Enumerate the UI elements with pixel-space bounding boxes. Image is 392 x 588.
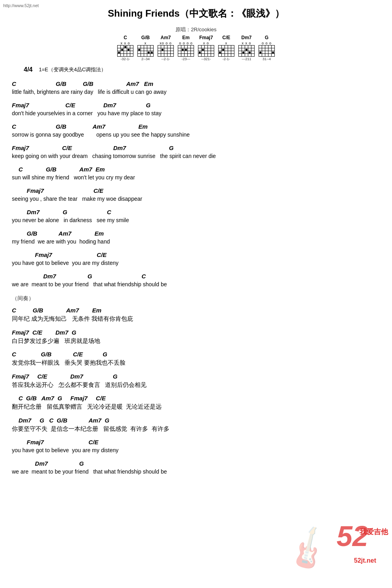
- watermark-top: http://www.52jt.net: [3, 3, 39, 8]
- chorus-block-1: C G/B Am7 Em sun will shine my friend wo…: [12, 165, 380, 182]
- chorus-block-4: G/B Am7 Em my friend we are with you hod…: [12, 229, 380, 246]
- lyric-line: little faith, brightens are rainy day li…: [12, 88, 380, 96]
- chorus-block-2: Fmaj7 C/E seeing you , share the tear ma…: [12, 186, 380, 203]
- chord-line: C G/B Am7 Em: [12, 122, 380, 131]
- ch-verse-block-5: C G/B Am7 G Fmaj7 C/E 翻开纪念册 留低真挚赠言 无论冷还是…: [12, 394, 380, 411]
- time-signature: 4/4: [24, 66, 32, 73]
- chord-line: C G/B Am7 Em: [12, 306, 380, 314]
- lyric-line: sun will shine my friend won't let you c…: [12, 173, 380, 182]
- chord-diagram-Dm7: Dm7 x x o ---211: [238, 35, 255, 61]
- lyric-line: you never be alone in darkness see my sm…: [12, 216, 380, 225]
- chord-diagram-Fmaj7: Fmaj7 x o --321-: [198, 35, 214, 61]
- final-chorus-block-1: Fmaj7 C/E you have got to believe you ar…: [12, 438, 380, 455]
- chord-line: C G/B Am7 Em: [12, 165, 380, 173]
- final-chorus-block-2: Dm7 G we are meant to be your friend tha…: [12, 459, 380, 476]
- watermark-love-text: 我爱吉他: [360, 527, 388, 537]
- chorus-block-3: Dm7 G C you never be alone in darkness s…: [12, 208, 380, 225]
- lyric-line: my friend we are with you hoding hand: [12, 238, 380, 246]
- chord-line: Dm7 G: [12, 459, 380, 468]
- chord-line: Fmaj7 C/E Dm7 G: [12, 101, 380, 109]
- lyric-line: seeing you , share the tear make my woe …: [12, 195, 380, 203]
- lyric-line: 白日梦发过多少遍 班房就是场地: [12, 337, 380, 346]
- chord-diagrams-row: C x x o -32-1- G/B x: [12, 35, 380, 61]
- chord-line: Fmaj7 C/E: [12, 438, 380, 446]
- lyric-line: 答应我永远开心 怎么都不要食言 道别后仍会相见: [12, 381, 380, 390]
- chord-line: C G/B G/B Am7 Em: [12, 80, 380, 88]
- chord-diagram-G: G o o o 31--4: [259, 35, 275, 61]
- verse-1-block-1: C G/B G/B Am7 Em little faith, brightens…: [12, 80, 380, 96]
- lyric-line: keep going on with your dream chasing to…: [12, 152, 380, 160]
- guitar-watermark-icon: 🎸: [282, 523, 335, 575]
- lyric-line: we are meant to be your friend that what…: [12, 280, 380, 289]
- key-info: 1=E（变调夹夹4品C调指法）: [39, 66, 106, 73]
- chord-line: Fmaj7 C/E Dm7 G: [12, 372, 380, 381]
- lyric-line: you have got to believe you are my diste…: [12, 259, 380, 267]
- lyric-line: 同年纪 成为无悔知己 无条件 我错有你肯包庇: [12, 314, 380, 323]
- ch-verse-block-4: Fmaj7 C/E Dm7 G 答应我永远开心 怎么都不要食言 道别后仍会相见: [12, 372, 380, 390]
- chord-diagram-CE: C/E x -2-1-: [218, 35, 234, 61]
- chord-line: Dm7 G C: [12, 272, 380, 280]
- lyric-line: 你要坚守不失 是信念一本纪念册 留低感觉 有许多 有许多: [12, 424, 380, 434]
- chord-diagram-C: C x x o -32-1-: [117, 35, 133, 61]
- chord-line: Fmaj7 C/E Dm7 G: [12, 328, 380, 337]
- chord-line: Fmaj7 C/E Dm7 G: [12, 144, 380, 152]
- verse-1-block-2: Fmaj7 C/E Dm7 G don't hide yourselvies i…: [12, 101, 380, 118]
- chord-line: Dm7 G C: [12, 208, 380, 216]
- lyric-line: don't hide yourselvies in a corner you h…: [12, 109, 380, 118]
- interlude-label: （间奏）: [12, 295, 380, 302]
- chord-line: Fmaj7 C/E: [12, 251, 380, 259]
- chorus-block-6: Dm7 G C we are meant to be your friend t…: [12, 272, 380, 289]
- lyric-line: 翻开纪念册 留低真挚赠言 无论冷还是暖 无论近还是远: [12, 402, 380, 411]
- chord-line: Dm7 G C G/B Am7 G: [12, 416, 380, 424]
- lyric-line: sorrow is gonna say goodbye opens up you…: [12, 131, 380, 139]
- chord-line: G/B Am7 Em: [12, 229, 380, 238]
- ch-verse-block-6: Dm7 G C G/B Am7 G 你要坚守不失 是信念一本纪念册 留低感觉 有…: [12, 416, 380, 434]
- ch-verse-block-1: C G/B Am7 Em 同年纪 成为无悔知己 无条件 我错有你肯包庇: [12, 306, 380, 323]
- lyric-line: we are meant to be your friend that what…: [12, 468, 380, 476]
- chord-diagram-Em: Em o o o o -23---: [178, 35, 194, 61]
- lyric-line: 发觉你我一样眼浅 垂头哭 要抱我也不丢脸: [12, 358, 380, 367]
- watermark-site: 52jt.net: [354, 557, 376, 564]
- lyric-line: you have got to believe you are my diste…: [12, 446, 380, 455]
- chorus-block-5: Fmaj7 C/E you have got to believe you ar…: [12, 251, 380, 267]
- ch-verse-block-3: C G/B C/E G 发觉你我一样眼浅 垂头哭 要抱我也不丢脸: [12, 350, 380, 367]
- verse-1-block-4: Fmaj7 C/E Dm7 G keep going on with your …: [12, 144, 380, 160]
- chord-diagram-Am7: Am7 xo o o --2-1-: [158, 35, 174, 61]
- ch-verse-block-2: Fmaj7 C/E Dm7 G 白日梦发过多少遍 班房就是场地: [12, 328, 380, 346]
- singer-info: 原唱：2R/cookies: [12, 26, 380, 33]
- chord-line: C G/B Am7 G Fmaj7 C/E: [12, 394, 380, 402]
- chord-diagram-GB: G/B x 2--34: [137, 35, 154, 61]
- page-title: Shining Friends（中文歌名：《眼浅》）: [0, 0, 392, 22]
- chord-line: C G/B C/E G: [12, 350, 380, 358]
- chord-line: Fmaj7 C/E: [12, 186, 380, 195]
- verse-1-block-3: C G/B Am7 Em sorrow is gonna say goodbye…: [12, 122, 380, 139]
